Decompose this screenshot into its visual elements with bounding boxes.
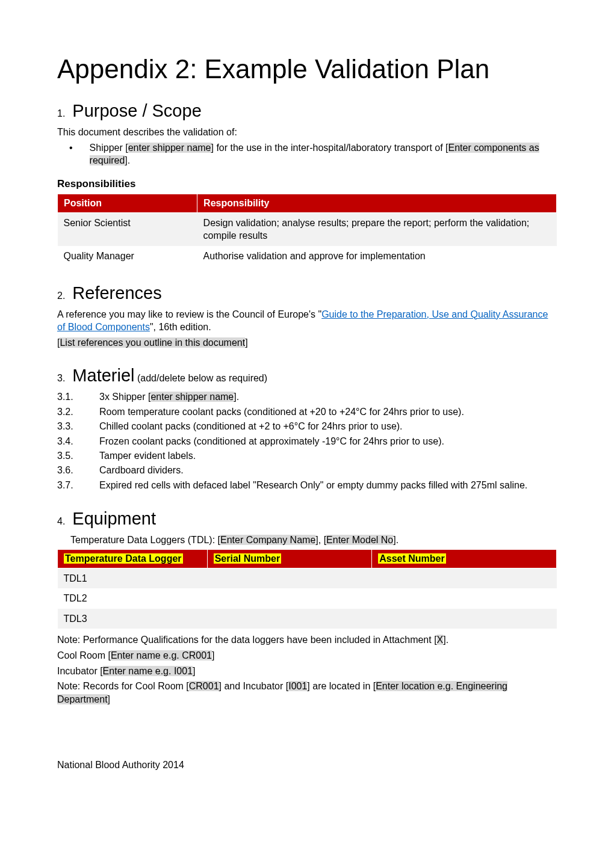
section-2-title: References xyxy=(72,283,161,303)
equipment-note-1: Note: Performance Qualifications for the… xyxy=(57,633,557,647)
section-2-number: 2. xyxy=(57,291,65,301)
eq-asset-cell xyxy=(372,588,557,609)
materiel-item-2: 3.2.Room temperature coolant packs (cond… xyxy=(57,405,557,419)
eq-col-logger: Temperature Data Logger xyxy=(58,549,208,568)
placeholder-i001: I001 xyxy=(288,681,307,691)
placeholder-company-name: Enter Company Name xyxy=(220,535,315,545)
resp-position-cell: Quality Manager xyxy=(58,246,197,266)
table-row: TDL1 xyxy=(58,568,557,588)
section-3-subtitle: (add/delete below as required) xyxy=(135,373,268,383)
eq-name-cell: TDL2 xyxy=(58,588,208,609)
placeholder-shipper-name: enter shipper name xyxy=(128,143,211,153)
equipment-incubator: Incubator [Enter name e.g. I001] xyxy=(57,665,557,678)
eq-col-asset: Asset Number xyxy=(372,549,557,568)
equipment-table: Temperature Data Logger Serial Number As… xyxy=(57,549,557,629)
table-row: Senior Scientist Design validation; anal… xyxy=(58,212,557,246)
eq-name-cell: TDL1 xyxy=(58,568,208,588)
eq-serial-cell xyxy=(207,588,372,609)
section-1-heading: 1.Purpose / Scope xyxy=(57,101,557,121)
section-2-text: A reference you may like to review is th… xyxy=(57,308,557,334)
eq-name-cell: TDL3 xyxy=(58,609,208,629)
materiel-item-7: 3.7.Expired red cells with defaced label… xyxy=(57,479,557,492)
eq-col-serial: Serial Number xyxy=(207,549,372,568)
section-1-intro: This document describes the validation o… xyxy=(57,126,557,139)
eq-asset-cell xyxy=(372,609,557,629)
bullet-text: Shipper [enter shipper name] for the use… xyxy=(90,141,557,167)
section-3-heading: 3.Materiel (add/delete below as required… xyxy=(57,366,557,386)
responsibilities-table: Position Responsibility Senior Scientist… xyxy=(57,194,557,266)
placeholder-attachment: X xyxy=(437,635,444,645)
materiel-item-3: 3.3.Chilled coolant packs (conditioned a… xyxy=(57,420,557,433)
materiel-item-5: 3.5.Tamper evident labels. xyxy=(57,449,557,463)
section-4-intro: Temperature Data Loggers (TDL): [Enter C… xyxy=(70,534,557,547)
eq-asset-cell xyxy=(372,568,557,588)
page-footer: National Blood Authority 2014 xyxy=(57,760,557,771)
section-1-number: 1. xyxy=(57,108,65,119)
placeholder-references: List references you outline in this docu… xyxy=(60,337,245,348)
resp-responsibility-cell: Design validation; analyse results; prep… xyxy=(197,212,557,246)
section-2-note: [List references you outline in this doc… xyxy=(57,336,557,349)
resp-col-position: Position xyxy=(58,194,197,212)
section-3-number: 3. xyxy=(57,373,65,383)
table-row: TDL3 xyxy=(58,609,557,629)
placeholder-incubator: Enter name e.g. I001 xyxy=(103,666,193,676)
section-1-bullet: • Shipper [enter shipper name] for the u… xyxy=(69,141,557,167)
section-4-heading: 4.Equipment xyxy=(57,509,557,529)
responsibilities-heading: Responsibilities xyxy=(57,178,557,190)
equipment-cool-room: Cool Room [Enter name e.g. CR001] xyxy=(57,649,557,662)
materiel-item-1: 3.1.3x Shipper [enter shipper name]. xyxy=(57,390,557,404)
bullet-icon: • xyxy=(69,141,73,167)
table-row: TDL2 xyxy=(58,588,557,609)
placeholder-model-no: Enter Model No xyxy=(326,535,393,545)
eq-serial-cell xyxy=(207,568,372,588)
materiel-item-6: 3.6.Cardboard dividers. xyxy=(57,464,557,477)
placeholder-cr001: CR001 xyxy=(189,681,219,691)
section-4-title: Equipment xyxy=(72,509,156,528)
section-4-number: 4. xyxy=(57,516,65,526)
placeholder-shipper-name-2: enter shipper name xyxy=(150,392,234,402)
resp-position-cell: Senior Scientist xyxy=(58,212,197,246)
section-3-title: Materiel xyxy=(72,366,134,385)
section-2-heading: 2.References xyxy=(57,283,557,303)
placeholder-cool-room: Enter name e.g. CR001 xyxy=(111,650,212,660)
resp-responsibility-cell: Authorise validation and approve for imp… xyxy=(197,246,557,266)
resp-col-responsibility: Responsibility xyxy=(197,194,557,212)
eq-serial-cell xyxy=(207,609,372,629)
equipment-note-2: Note: Records for Cool Room [CR001] and … xyxy=(57,680,557,706)
table-row: Quality Manager Authorise validation and… xyxy=(58,246,557,266)
page-title: Appendix 2: Example Validation Plan xyxy=(57,54,557,84)
section-1-title: Purpose / Scope xyxy=(72,101,201,120)
materiel-item-4: 3.4.Frozen coolant packs (conditioned at… xyxy=(57,435,557,448)
